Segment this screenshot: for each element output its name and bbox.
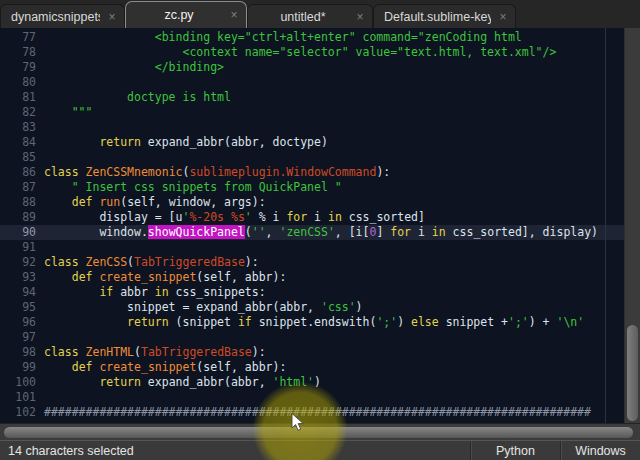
tab-untitled-[interactable]: untitled*× [247,4,373,28]
line-number: 81 [0,90,36,105]
code-line-91: 91 [0,240,624,255]
code-line-93: 93 def create_snippet(self, abbr): [0,270,624,285]
line-number: 82 [0,105,36,120]
code-line-85: 85 [0,150,624,165]
code-line-84: 84 return expand_abbr(abbr, doctype) [0,135,624,150]
tab-close-icon[interactable]: × [354,10,366,24]
line-number: 99 [0,360,36,375]
vertical-scrollbar[interactable] [624,28,640,423]
line-number: 83 [0,120,36,135]
line-source [36,150,44,165]
line-source: return (snippet if snippet.endswith(';')… [36,315,584,330]
code-line-81: 81 doctype is html [0,90,624,105]
code-line-98: 98class ZenHTML(TabTriggeredBase): [0,345,624,360]
tab-bar: dynamicsnippets.py×zc.py×untitled*×Defau… [0,0,640,28]
line-number: 95 [0,300,36,315]
line-number: 88 [0,195,36,210]
sublime-text-window: dynamicsnippets.py×zc.py×untitled*×Defau… [0,0,640,460]
line-number: 77 [0,30,36,45]
line-source [36,390,44,405]
code-line-95: 95 snippet = expand_abbr(abbr, 'css') [0,300,624,315]
line-number: 79 [0,60,36,75]
code-line-97: 97 [0,330,624,345]
line-source [36,75,44,90]
line-source: window.showQuickPanel('', 'zenCSS', [i[0… [36,225,598,240]
code-line-86: 86class ZenCSSMnemonic(sublimeplugin.Win… [0,165,624,180]
code-line-90: 90 window.showQuickPanel('', 'zenCSS', [… [0,225,624,240]
status-windows-selector[interactable]: Windows [560,441,640,460]
line-source: return expand_abbr(abbr, doctype) [36,135,328,150]
vertical-scrollbar-thumb[interactable] [627,325,638,421]
line-number: 80 [0,75,36,90]
line-number: 86 [0,165,36,180]
line-number: 100 [0,375,36,390]
code-line-83: 83 [0,120,624,135]
line-source: </binding> [36,60,224,75]
line-number: 97 [0,330,36,345]
line-number: 78 [0,45,36,60]
line-source [36,330,44,345]
line-number: 91 [0,240,36,255]
line-number: 101 [0,390,36,405]
horizontal-scrollbar[interactable] [0,423,640,440]
line-number: 93 [0,270,36,285]
code-line-82: 82 """ [0,105,624,120]
horizontal-scrollbar-thumb[interactable] [4,427,633,438]
line-source: class ZenHTML(TabTriggeredBase): [36,345,266,360]
line-source: doctype is html [36,90,231,105]
line-number: 92 [0,255,36,270]
line-number: 98 [0,345,36,360]
line-source: """ [36,105,92,120]
line-source [36,120,44,135]
tab-label: dynamicsnippets.py [11,10,100,24]
tab-close-icon[interactable]: × [497,10,509,24]
tab-default-sublime-keymap[interactable]: Default.sublime-keymap× [373,4,516,28]
selection-status-text: 14 characters selected [0,444,470,458]
line-number: 89 [0,210,36,225]
tab-label: Default.sublime-keymap [384,10,491,24]
code-line-80: 80 [0,75,624,90]
code-content: 77 <binding key="ctrl+alt+enter" command… [0,28,624,420]
line-source: if abbr in css_snippets: [36,285,266,300]
status-python-selector[interactable]: Python [470,441,560,460]
code-line-100: 100 return expand_abbr(abbr, 'html') [0,375,624,390]
line-source: snippet = expand_abbr(abbr, 'css') [36,300,363,315]
line-source: def create_snippet(self, abbr): [36,270,286,285]
code-line-99: 99 def create_snippet(self, abbr): [0,360,624,375]
tab-zc-py[interactable]: zc.py× [125,1,247,28]
line-source: return expand_abbr(abbr, 'html') [36,375,321,390]
line-number: 96 [0,315,36,330]
line-source [36,240,44,255]
line-source: " Insert css snippets from QuickPanel " [36,180,342,195]
line-source: <context name="selector" value="text.htm… [36,45,556,60]
line-number: 84 [0,135,36,150]
code-line-77: 77 <binding key="ctrl+alt+enter" command… [0,30,624,45]
code-line-89: 89 display = [u'%-20s %s' % i for i in c… [0,210,624,225]
code-editor[interactable]: 77 <binding key="ctrl+alt+enter" command… [0,28,624,423]
code-line-87: 87 " Insert css snippets from QuickPanel… [0,180,624,195]
line-number: 102 [0,405,36,420]
line-source: <binding key="ctrl+alt+enter" command="z… [36,30,522,45]
tab-close-icon[interactable]: × [228,8,240,22]
tab-label: zc.py [136,8,222,22]
line-number: 90 [0,225,36,240]
line-number: 87 [0,180,36,195]
line-source: display = [u'%-20s %s' % i for i in css_… [36,210,425,225]
tab-dynamicsnippets-py[interactable]: dynamicsnippets.py× [0,4,125,28]
line-number: 85 [0,150,36,165]
code-line-94: 94 if abbr in css_snippets: [0,285,624,300]
code-line-78: 78 <context name="selector" value="text.… [0,45,624,60]
selected-text: showQuickPanel [148,225,245,239]
code-line-88: 88 def run(self, window, args): [0,195,624,210]
line-source: ########################################… [36,405,591,420]
line-number: 94 [0,285,36,300]
tab-close-icon[interactable]: × [106,10,118,24]
code-line-96: 96 return (snippet if snippet.endswith('… [0,315,624,330]
line-source: class ZenCSS(TabTriggeredBase): [36,255,259,270]
code-line-92: 92class ZenCSS(TabTriggeredBase): [0,255,624,270]
code-line-79: 79 </binding> [0,60,624,75]
code-line-101: 101 [0,390,624,405]
line-source: def create_snippet(self, abbr): [36,360,286,375]
status-bar: 14 characters selected PythonWindows [0,440,640,460]
wrap-guide-ruler [605,28,606,423]
